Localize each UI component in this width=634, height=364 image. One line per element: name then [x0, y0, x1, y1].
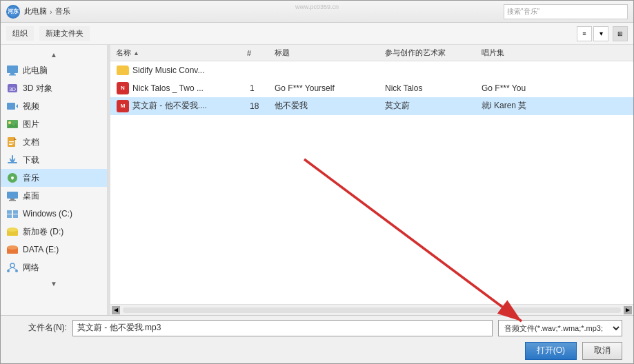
svg-line-37	[12, 267, 17, 270]
view-dropdown-btn[interactable]: ▾	[593, 26, 608, 41]
breadcrumb-sep: ›	[50, 8, 52, 16]
filename-input[interactable]	[72, 320, 493, 336]
svg-rect-13	[9, 143, 14, 143]
toolbar: 组织 新建文件夹 ≡ ▾ ⊞	[1, 23, 633, 45]
view-buttons: ≡ ▾ ⊞	[577, 26, 628, 41]
sidebar-item-3d[interactable]: 3D 3D 对象	[1, 79, 107, 97]
svg-rect-2	[9, 74, 16, 76]
file-list: Sidify Music Conv... N Nick Talos _ Two …	[110, 61, 633, 304]
app-logo: 河东	[6, 5, 20, 19]
svg-rect-27	[7, 214, 12, 218]
view-list-btn[interactable]: ≡	[577, 26, 592, 41]
doc-icon	[6, 136, 19, 148]
newvol-icon	[6, 225, 19, 238]
svg-rect-5	[7, 103, 15, 110]
image-icon	[6, 118, 19, 130]
cancel-button[interactable]: 取消	[582, 342, 622, 360]
sidebar-label: Windows (C:)	[23, 209, 72, 219]
windows-icon	[6, 208, 19, 220]
sidebar-item-computer[interactable]: 此电脑	[1, 61, 107, 79]
svg-rect-0	[7, 65, 18, 73]
svg-rect-22	[7, 192, 18, 199]
data-icon	[6, 243, 19, 256]
sidebar-item-newvol[interactable]: 新加卷 (D:)	[1, 223, 107, 241]
horizontal-scrollbar[interactable]: ◀ ▶	[110, 304, 633, 315]
table-row[interactable]: N Nick Talos _ Two ... 1 Go F*** Yoursel…	[110, 79, 633, 97]
sidebar-label: 新加卷 (D:)	[23, 226, 63, 238]
sidebar-label: 此电脑	[23, 65, 48, 77]
sidebar-item-doc[interactable]: 文档	[1, 133, 107, 151]
sidebar-item-desktop[interactable]: 桌面	[1, 187, 107, 205]
bottom-bar: 文件名(N): 音频文件(*.wav;*.wma;*.mp3; 打开(O) 取消	[1, 315, 633, 363]
new-folder-button[interactable]: 新建文件夹	[39, 26, 90, 41]
sidebar-label: 图片	[23, 119, 39, 130]
3d-icon: 3D	[6, 82, 19, 94]
organize-button[interactable]: 组织	[6, 26, 34, 41]
col-header-album[interactable]: 唱片集	[482, 48, 628, 58]
breadcrumb-computer: 此电脑	[24, 6, 47, 17]
svg-point-33	[10, 263, 14, 267]
svg-rect-23	[10, 199, 14, 200]
svg-rect-25	[7, 210, 12, 214]
sidebar-scroll-down[interactable]: ▼	[1, 276, 107, 290]
sidebar-label: DATA (E:)	[23, 245, 59, 254]
sidebar-item-data[interactable]: DATA (E:)	[1, 241, 107, 259]
breadcrumb: 此电脑 › 音乐	[24, 6, 70, 17]
file-open-dialog: 河东 此电脑 › 音乐 www.pc0359.cn 搜索"音乐" 组织 新建文件…	[0, 0, 634, 364]
col-header-artist[interactable]: 参与创作的艺术家	[385, 48, 482, 58]
hscroll-left[interactable]: ◀	[112, 306, 120, 314]
col-header-name[interactable]: 名称 ▲	[116, 48, 247, 58]
sidebar-label: 桌面	[23, 190, 39, 202]
table-row[interactable]: M 莫文蔚 - 他不爱我.... 18 他不爱我 莫文蔚 就i Karen 莫	[110, 97, 633, 115]
svg-marker-11	[14, 137, 17, 140]
buttons-row: 打开(O) 取消	[12, 342, 622, 360]
sidebar-item-download[interactable]: 下载	[1, 151, 107, 169]
svg-point-30	[7, 228, 18, 232]
sidebar-label: 网络	[23, 262, 39, 274]
filetype-select[interactable]: 音频文件(*.wav;*.wma;*.mp3;	[498, 320, 622, 336]
search-placeholder: 搜索"音乐"	[507, 7, 539, 17]
sidebar-item-network[interactable]: 网络	[1, 259, 107, 276]
svg-marker-6	[16, 104, 18, 108]
sidebar-label: 文档	[23, 136, 39, 148]
filename-row: 文件名(N): 音频文件(*.wav;*.wma;*.mp3;	[12, 320, 622, 336]
svg-rect-24	[9, 200, 16, 201]
svg-rect-14	[9, 144, 12, 145]
sidebar-label: 3D 对象	[23, 83, 52, 94]
svg-rect-28	[13, 214, 18, 218]
sidebar-item-windows[interactable]: Windows (C:)	[1, 205, 107, 223]
col-header-num[interactable]: #	[247, 49, 275, 57]
sidebar-scroll-up[interactable]: ▲	[1, 48, 107, 61]
col-header-title[interactable]: 标题	[275, 48, 385, 58]
svg-text:♪: ♪	[11, 176, 14, 181]
svg-rect-26	[13, 210, 18, 214]
hscroll-right[interactable]: ▶	[624, 306, 632, 314]
breadcrumb-music: 音乐	[55, 6, 70, 17]
folder-icon	[116, 64, 130, 77]
file-area: 名称 ▲ # 标题 参与创作的艺术家 唱片集	[110, 45, 633, 315]
svg-rect-1	[10, 73, 14, 74]
sidebar-label: 下载	[23, 154, 39, 166]
sidebar-item-image[interactable]: 图片	[1, 115, 107, 133]
sidebar-item-video[interactable]: 视频	[1, 97, 107, 115]
svg-point-32	[7, 245, 18, 250]
main-area: ▲ 此电脑 3D 3D 对象 视频	[1, 45, 633, 315]
view-detail-btn[interactable]: ⊞	[613, 26, 628, 41]
sidebar-label: 视频	[23, 101, 39, 112]
hscroll-track	[123, 307, 621, 313]
table-row[interactable]: Sidify Music Conv...	[110, 61, 633, 79]
column-header: 名称 ▲ # 标题 参与创作的艺术家 唱片集	[110, 45, 633, 61]
sidebar-item-music[interactable]: ♪ 音乐	[1, 169, 107, 187]
sidebar: ▲ 此电脑 3D 3D 对象 视频	[1, 45, 108, 315]
mp3-icon: M	[116, 100, 130, 112]
svg-rect-12	[9, 141, 14, 142]
computer-icon	[6, 64, 19, 77]
svg-point-34	[7, 270, 10, 272]
open-button[interactable]: 打开(O)	[525, 342, 577, 360]
desktop-icon	[6, 190, 19, 202]
filename-label: 文件名(N):	[12, 322, 67, 334]
watermark: www.pc0359.cn	[295, 3, 339, 10]
music-icon: ♪	[6, 172, 19, 184]
mp3-icon: N	[116, 82, 130, 94]
titlebar: 河东 此电脑 › 音乐 www.pc0359.cn 搜索"音乐"	[1, 1, 633, 23]
